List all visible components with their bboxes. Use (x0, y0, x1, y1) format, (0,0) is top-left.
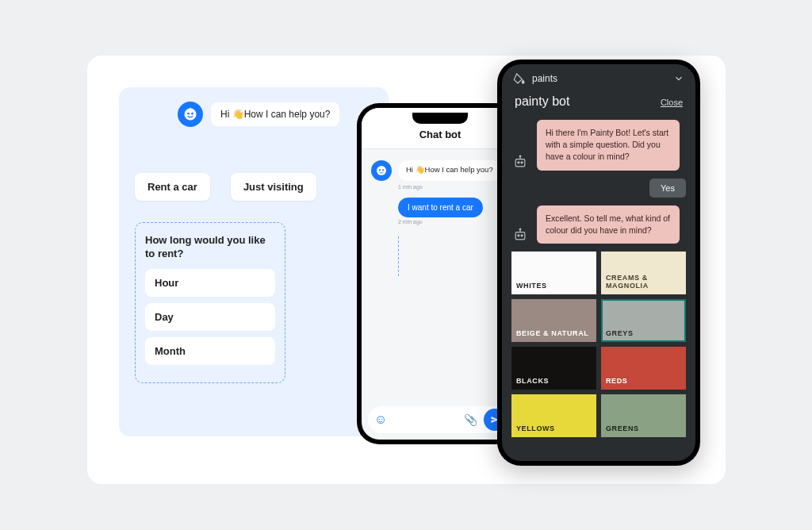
option-hour[interactable]: Hour (145, 269, 275, 297)
swatch-greens[interactable]: GREENS (601, 394, 686, 437)
emoji-icon[interactable]: ☺ (374, 413, 387, 427)
svg-point-11 (379, 169, 381, 171)
attachment-icon[interactable]: 📎 (464, 413, 477, 426)
choice-just-visiting[interactable]: Just visiting (231, 173, 316, 201)
svg-point-15 (521, 161, 523, 163)
reply-yes[interactable]: Yes (649, 179, 686, 198)
swatch-blacks[interactable]: BLACKS (511, 347, 596, 390)
bot-message: Hi there I'm Painty Bot! Let's start wit… (537, 120, 680, 171)
timestamp: 1 min ago (398, 184, 509, 190)
swatch-greys[interactable]: GREYS (601, 299, 686, 342)
swatch-creams[interactable]: CREAMS & MAGNOLIA (601, 252, 686, 294)
phone-notch (412, 113, 468, 124)
svg-point-10 (377, 166, 386, 175)
svg-rect-13 (515, 159, 525, 166)
svg-point-0 (185, 109, 197, 121)
bot-title: painty bot (515, 94, 569, 109)
swatch-whites[interactable]: WHITES (511, 252, 596, 294)
svg-rect-4 (190, 109, 191, 110)
chevron-down-icon[interactable] (673, 73, 684, 84)
svg-point-1 (187, 113, 190, 115)
breadcrumb[interactable]: paints (532, 73, 667, 84)
bot-message: Excellent. So tell me, what kind of colo… (537, 205, 680, 244)
flow-panel: Hi 👋How I can help you? Rent a car Just … (119, 87, 389, 436)
robot-icon (511, 226, 529, 244)
user-message: I want to rent a car (398, 198, 483, 217)
connector-line (398, 236, 399, 276)
swatch-yellows[interactable]: YELLOWS (511, 394, 596, 437)
bot-avatar-icon (371, 160, 392, 181)
timestamp: 2 min ago (398, 219, 509, 225)
svg-point-14 (518, 161, 519, 163)
close-link[interactable]: Close (661, 98, 683, 107)
svg-point-20 (519, 229, 521, 230)
message-input-bar[interactable]: ☺ 📎 (368, 406, 512, 433)
greeting-bubble: Hi 👋How I can help you? (211, 102, 339, 126)
svg-point-18 (518, 235, 519, 236)
duration-title: How long would you like to rent? (145, 234, 275, 261)
robot-icon (511, 153, 529, 171)
choice-rent-car[interactable]: Rent a car (135, 173, 210, 201)
svg-point-2 (191, 113, 193, 115)
swatch-beige[interactable]: BEIGE & NATURAL (511, 299, 596, 342)
colour-swatch-grid: WHITES CREAMS & MAGNOLIA BEIGE & NATURAL… (502, 252, 695, 437)
bot-message: Hi 👋How I can help you? (398, 160, 501, 181)
paint-bucket-icon (513, 72, 526, 85)
option-month[interactable]: Month (145, 337, 275, 365)
svg-rect-17 (515, 232, 525, 240)
svg-point-16 (519, 156, 521, 157)
svg-point-12 (382, 169, 384, 171)
option-day[interactable]: Day (145, 303, 275, 331)
phone-painty: paints painty bot Close Hi there I'm Pai… (497, 60, 700, 466)
swatch-reds[interactable]: REDS (601, 347, 686, 390)
duration-panel: How long would you like to rent? Hour Da… (135, 222, 285, 383)
bot-avatar-icon (178, 102, 203, 127)
svg-point-19 (521, 235, 523, 236)
